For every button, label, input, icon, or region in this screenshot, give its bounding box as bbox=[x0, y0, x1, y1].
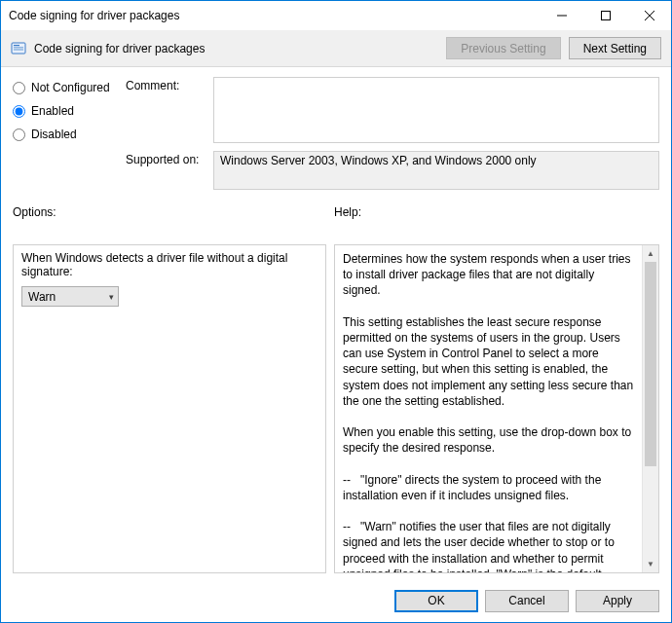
radio-disabled[interactable]: Disabled bbox=[13, 128, 120, 141]
radio-not-configured-label: Not Configured bbox=[31, 81, 110, 94]
window-title: Code signing for driver packages bbox=[9, 9, 540, 22]
header-bar: Code signing for driver packages Previou… bbox=[1, 30, 671, 67]
svg-rect-5 bbox=[14, 45, 19, 46]
radio-enabled-input[interactable] bbox=[13, 105, 25, 118]
chevron-down-icon: ▾ bbox=[109, 292, 114, 302]
maximize-button[interactable] bbox=[583, 1, 627, 29]
scroll-up-icon[interactable]: ▲ bbox=[643, 245, 658, 262]
radio-disabled-label: Disabled bbox=[31, 128, 77, 141]
help-panel: Determines how the system responds when … bbox=[334, 244, 659, 573]
previous-setting-button: Previous Setting bbox=[446, 37, 560, 59]
radio-enabled-label: Enabled bbox=[31, 104, 74, 118]
svg-rect-7 bbox=[14, 49, 23, 50]
close-button[interactable] bbox=[627, 1, 671, 29]
field-area: Comment: Supported on: Windows Server 20… bbox=[126, 77, 659, 198]
comment-input[interactable] bbox=[213, 77, 659, 143]
options-section-label: Options: bbox=[13, 205, 334, 219]
section-labels: Options: Help: bbox=[1, 202, 671, 225]
svg-rect-1 bbox=[601, 11, 610, 19]
radio-not-configured-input[interactable] bbox=[13, 82, 25, 94]
minimize-button[interactable] bbox=[540, 1, 583, 29]
supported-value: Windows Server 2003, Windows XP, and Win… bbox=[213, 151, 659, 190]
svg-rect-6 bbox=[14, 47, 23, 48]
scroll-thumb[interactable] bbox=[645, 262, 656, 466]
supported-row: Supported on: Windows Server 2003, Windo… bbox=[126, 151, 659, 190]
radio-enabled[interactable]: Enabled bbox=[13, 104, 120, 118]
options-description: When Windows detects a driver file witho… bbox=[21, 251, 317, 278]
options-panel: When Windows detects a driver file witho… bbox=[13, 244, 326, 573]
policy-icon bbox=[11, 41, 26, 56]
help-scrollbar[interactable]: ▲ ▼ bbox=[642, 245, 658, 572]
supported-label: Supported on: bbox=[126, 151, 213, 166]
comment-row: Comment: bbox=[126, 77, 659, 143]
state-radios: Not Configured Enabled Disabled bbox=[13, 77, 120, 198]
scroll-down-icon[interactable]: ▼ bbox=[643, 556, 658, 572]
footer: OK Cancel Apply bbox=[1, 579, 671, 622]
apply-button[interactable]: Apply bbox=[576, 590, 659, 612]
ok-button[interactable]: OK bbox=[394, 590, 478, 612]
svg-rect-4 bbox=[12, 43, 25, 54]
window-controls bbox=[540, 1, 671, 30]
next-setting-button[interactable]: Next Setting bbox=[569, 37, 661, 59]
cancel-button[interactable]: Cancel bbox=[485, 590, 569, 612]
dialog-window: Code signing for driver packages Code si… bbox=[0, 0, 672, 623]
help-text: Determines how the system responds when … bbox=[335, 245, 642, 572]
dropdown-value: Warn bbox=[28, 290, 56, 304]
radio-not-configured[interactable]: Not Configured bbox=[13, 81, 120, 94]
titlebar: Code signing for driver packages bbox=[1, 1, 671, 30]
config-area: Not Configured Enabled Disabled Comment:… bbox=[1, 67, 671, 202]
header-title: Code signing for driver packages bbox=[34, 42, 438, 55]
radio-disabled-input[interactable] bbox=[13, 128, 25, 141]
panels: When Windows detects a driver file witho… bbox=[1, 244, 671, 573]
signature-response-dropdown[interactable]: Warn ▾ bbox=[21, 286, 119, 307]
comment-label: Comment: bbox=[126, 77, 213, 92]
help-section-label: Help: bbox=[334, 205, 361, 219]
